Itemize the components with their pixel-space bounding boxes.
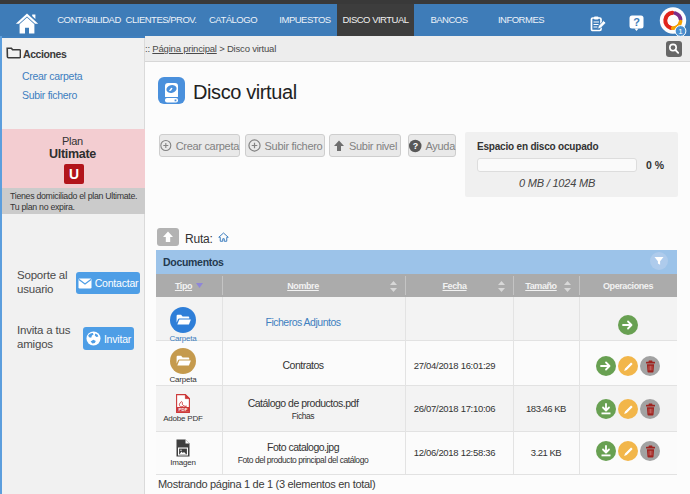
svg-text:PDF: PDF [179, 407, 188, 412]
svg-text:?: ? [633, 16, 640, 28]
svg-text:?: ? [413, 141, 418, 151]
svg-text:1: 1 [678, 27, 683, 36]
